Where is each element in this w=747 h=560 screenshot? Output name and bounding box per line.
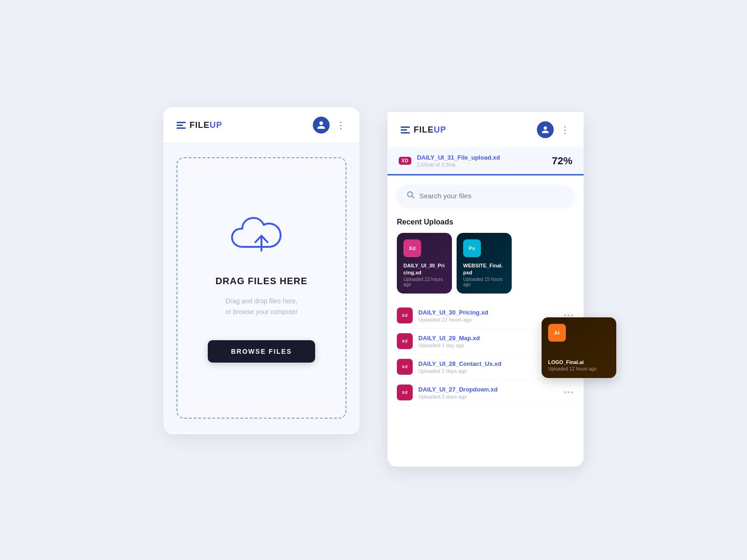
ps-file-time: Uploaded 15 hours ago <box>463 277 505 287</box>
search-bar <box>397 185 574 207</box>
logo-left: FILEUP <box>176 120 222 130</box>
upload-progress-bar: XD DAILY_UI_31_File_upload.xd 2.65mb of … <box>388 147 584 175</box>
uploading-file-name: DAILY_UI_31_File_upload.xd <box>417 154 500 161</box>
file-details-4: DAILY_UI_27_Dropdown.xd Uploaded 3 days … <box>418 386 498 399</box>
ps-file-info: WEBSITE_Final.psd Uploaded 15 hours ago <box>463 262 505 287</box>
search-icon <box>406 190 415 201</box>
uploading-file-badge: XD <box>399 157 411 165</box>
drop-zone[interactable]: DRAG FILES HERE Drag and drop files here… <box>176 157 346 419</box>
file-list-left-2: Xd DAILY_UI_29_Map.xd Uploaded 1 day ago <box>397 333 480 349</box>
file-list-time-3: Uploaded 2 days ago <box>418 368 501 374</box>
ps-badge: Ps <box>463 239 481 257</box>
cloud-upload-icon <box>231 213 292 262</box>
file-list-left-1: Xd DAILY_UI_30_Pricing.xd Uploaded 22 ho… <box>397 308 488 323</box>
right-header: FILEUP ⋮ <box>388 112 584 147</box>
file-list-name-3: DAILY_UI_28_Contact_Us.xd <box>418 360 501 367</box>
ai-file-info-float: LOGO_Final.ai Uploaded 12 hours ago <box>548 359 610 371</box>
file-details-1: DAILY_UI_30_Pricing.xd Uploaded 22 hours… <box>418 309 488 322</box>
ai-badge-float: Ai <box>548 324 566 342</box>
avatar-right[interactable] <box>537 121 554 138</box>
file-list-time-1: Uploaded 22 hours ago <box>418 317 488 322</box>
ai-file-time-float: Uploaded 12 hours ago <box>548 366 610 371</box>
file-list-name-4: DAILY_UI_27_Dropdown.xd <box>418 386 498 393</box>
file-list-left-3: Xd DAILY_UI_28_Contact_Us.xd Uploaded 2 … <box>397 359 501 375</box>
file-list-name-1: DAILY_UI_30_Pricing.xd <box>418 309 488 316</box>
file-list-name-2: DAILY_UI_29_Map.xd <box>418 335 480 342</box>
file-icon-4: Xd <box>397 385 413 400</box>
drag-title: DRAG FILES HERE <box>215 276 307 287</box>
file-list-item-4[interactable]: Xd DAILY_UI_27_Dropdown.xd Uploaded 3 da… <box>397 380 574 406</box>
xd-file-info: DAILY_UI_30_Pricing.xd Uploaded 22 hours… <box>403 262 445 287</box>
avatar-left[interactable] <box>313 117 330 133</box>
xd-file-time: Uploaded 22 hours ago <box>403 277 445 287</box>
upload-percent: 72% <box>552 155 572 167</box>
upload-file-info: XD DAILY_UI_31_File_upload.xd 2.65mb of … <box>399 154 500 168</box>
file-list-time-2: Uploaded 1 day ago <box>418 343 480 348</box>
menu-dots-right[interactable]: ⋮ <box>560 125 571 134</box>
left-header: FILEUP ⋮ <box>163 107 359 143</box>
browse-files-button[interactable]: BROWSE FILES <box>208 340 316 363</box>
file-details-2: DAILY_UI_29_Map.xd Uploaded 1 day ago <box>418 335 480 348</box>
recent-uploads-section: Recent Uploads Xd DAILY_UI_30_Pricing.xd… <box>388 211 584 298</box>
file-icon-2: Xd <box>397 333 413 349</box>
search-section <box>388 175 584 211</box>
right-header-actions: ⋮ <box>537 121 571 138</box>
drag-subtitle: Drag and drop files here, or browse your… <box>226 296 298 317</box>
logo-text-right: FILEUP <box>414 125 446 135</box>
floating-ai-card[interactable]: Ai LOGO_Final.ai Uploaded 12 hours ago <box>542 317 616 378</box>
svg-line-2 <box>412 196 414 198</box>
upload-file-details: DAILY_UI_31_File_upload.xd 2.65mb of 3.3… <box>417 154 500 168</box>
file-list-time-4: Uploaded 3 days ago <box>418 394 498 399</box>
search-input[interactable] <box>419 192 565 200</box>
file-list-left-4: Xd DAILY_UI_27_Dropdown.xd Uploaded 3 da… <box>397 385 498 400</box>
logo-right: FILEUP <box>401 125 446 135</box>
left-header-actions: ⋮ <box>313 117 346 133</box>
file-details-3: DAILY_UI_28_Contact_Us.xd Uploaded 2 day… <box>418 360 501 374</box>
uploading-file-size: 2.65mb of 3.3mb <box>417 162 500 168</box>
recent-card-xd[interactable]: Xd DAILY_UI_30_Pricing.xd Uploaded 22 ho… <box>397 233 452 294</box>
logo-icon-right <box>401 126 410 133</box>
recent-uploads-grid: Xd DAILY_UI_30_Pricing.xd Uploaded 22 ho… <box>397 233 574 294</box>
ps-file-name: WEBSITE_Final.psd <box>463 262 505 276</box>
file-icon-1: Xd <box>397 308 413 323</box>
logo-text-left: FILEUP <box>190 120 222 130</box>
xd-file-name: DAILY_UI_30_Pricing.xd <box>403 262 445 276</box>
recent-card-ps[interactable]: Ps WEBSITE_Final.psd Uploaded 15 hours a… <box>457 233 512 294</box>
file-icon-3: Xd <box>397 359 413 375</box>
xd-badge: Xd <box>403 239 421 257</box>
menu-dots-left[interactable]: ⋮ <box>336 120 346 130</box>
ai-file-name-float: LOGO_Final.ai <box>548 359 610 365</box>
upload-body: DRAG FILES HERE Drag and drop files here… <box>163 143 359 433</box>
file-manager-card: FILEUP ⋮ XD DAILY_UI_31_File_upload.xd 2… <box>388 112 584 467</box>
upload-card: FILEUP ⋮ DRAG <box>163 107 359 434</box>
recent-uploads-title: Recent Uploads <box>397 218 574 226</box>
file-options-4[interactable]: ••• <box>564 388 574 397</box>
logo-icon-left <box>176 122 186 129</box>
